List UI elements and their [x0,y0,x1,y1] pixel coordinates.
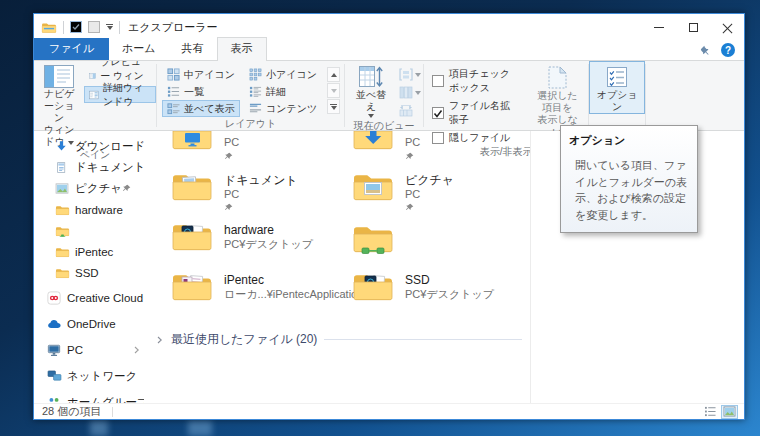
hardware-folder-icon [170,219,214,261]
checkbox-unchecked-icon [432,75,444,87]
window-controls [642,14,744,40]
minimize-button[interactable] [642,14,676,40]
details-view-toggle[interactable] [702,405,719,419]
tiles-view-button[interactable]: 並べて表示 [162,100,240,117]
details-pane-button[interactable]: 詳細ウィンドウ [84,86,156,103]
tab-file[interactable]: ファイル [34,38,109,60]
tile-ssd[interactable]: SSD PC¥デスクトップ [351,269,530,311]
tile-documents[interactable]: ドキュメント PC [170,169,351,211]
tile-pictures[interactable]: ピクチャ PC [351,169,530,211]
sort-by-button[interactable]: 並べ替え [345,61,397,118]
tile-hardware[interactable]: hardware PC¥デスクトップ [170,219,351,261]
more-bar-icon [330,104,337,105]
medium-icons-icon [167,68,180,81]
down-arrow-icon [331,89,337,93]
status-bar: 28 個の項目 [34,403,744,419]
gallery-more-button[interactable] [327,99,340,114]
sidebar-item-pictures[interactable]: ピクチャ [34,178,144,199]
sidebar-item-hardware[interactable]: hardware [34,199,144,220]
title-bar: エクスプローラー [34,14,744,40]
hide-selected-items-icon [545,65,570,90]
sidebar-item-shared-folder[interactable] [34,220,144,241]
content-view-button[interactable]: コンテンツ [244,100,322,117]
checkbox-checked-icon [432,107,444,119]
chevron-right-icon [156,336,164,344]
thumbnail-view-toggle[interactable] [721,405,738,419]
sidebar-item-pc[interactable]: PC [34,337,144,363]
tab-share[interactable]: 共有 [169,38,217,60]
tile-downloads[interactable]: PC [351,131,530,161]
up-arrow-icon [331,73,337,77]
medium-icons-button[interactable]: 中アイコン [162,66,240,83]
group-by-button[interactable] [397,66,423,83]
navigation-pane-icon [44,65,74,88]
file-list: PC PC [144,131,530,403]
tile-desktop[interactable]: PC [170,131,351,161]
file-extensions-checkbox[interactable]: ファイル名拡張子 [432,99,517,127]
maximize-button[interactable] [676,14,710,40]
expand-chevron-icon[interactable] [133,346,141,354]
thumbnail-view-icon [723,406,736,417]
ribbon-group-show-hide: 項目チェック ボックス ファイル名拡張子 隠しファイル [424,61,588,130]
tile-shared-folder[interactable] [351,219,530,261]
close-icon [722,22,733,33]
pin-ribbon-icon[interactable] [700,44,711,57]
pin-icon [224,152,239,161]
dropdown-caret-icon [368,114,374,118]
sidebar-item-documents[interactable]: ドキュメント [34,157,144,178]
preview-pane-icon [89,70,96,82]
close-button[interactable] [710,14,744,40]
sidebar-item-ipentec[interactable]: iPentec [34,241,144,262]
options-icon [605,65,629,89]
tooltip-title: オプション [569,133,689,148]
sidebar-item-homegroup[interactable]: ホームグループ [34,389,144,403]
sidebar-item-ssd[interactable]: SSD [34,262,144,283]
ribbon-group-options: オプション [589,61,645,130]
options-button[interactable]: オプション [589,61,645,114]
divider [119,21,120,34]
gallery-up-button[interactable] [327,67,340,82]
item-count: 28 個の項目 [42,404,102,419]
customize-qat-button[interactable] [106,24,113,30]
add-columns-button[interactable] [397,84,423,101]
tiles-view-icon [167,102,180,115]
recent-files-group-header[interactable]: 最近使用したファイル (20) [156,331,530,348]
properties-button-icon[interactable] [70,21,82,33]
pin-icon [224,203,298,212]
sidebar-item-onedrive[interactable]: OneDrive [34,311,144,337]
add-columns-icon [399,86,413,99]
list-view-button[interactable]: 一覧 [162,83,240,100]
desktop-folder-icon [170,131,214,161]
layout-gallery-scroll [325,61,344,114]
more-arrow-icon [331,106,337,110]
details-view-icon [249,85,262,98]
new-folder-button-icon[interactable] [88,21,100,33]
pin-icon [405,203,454,212]
tab-view[interactable]: 表示 [217,37,267,61]
help-icon[interactable]: ? [721,43,735,57]
item-checkboxes-checkbox[interactable]: 項目チェック ボックス [432,67,517,95]
small-icons-button[interactable]: 小アイコン [244,66,322,83]
size-all-columns-button[interactable] [397,102,423,119]
pictures-folder-icon [351,169,395,211]
wallpaper-beam [188,420,212,436]
folder-icon [55,267,72,279]
downloads-folder-icon [351,131,395,161]
picture-icon [55,183,72,194]
sidebar-item-downloads[interactable]: ダウンロード [34,136,144,157]
group-by-icon [399,68,413,81]
group-label-layout: レイアウト [157,117,344,131]
window-title: エクスプローラー [128,20,218,35]
tile-ipentec[interactable]: iPentec ローカ...¥iPentecApplication [170,269,351,311]
network-icon [47,370,64,382]
navigation-pane-label: ナビゲーション [40,88,78,124]
sidebar-item-creative-cloud[interactable]: Creative Cloud Files [34,285,144,311]
list-view-icon [167,85,180,98]
sidebar-item-network[interactable]: ネットワーク [34,363,144,389]
navigation-pane: ダウンロード ドキュメント ピクチャ hardware [34,131,144,403]
details-view-button[interactable]: 詳細 [244,83,322,100]
gallery-down-button[interactable] [327,83,340,98]
download-icon [55,140,72,153]
divider [112,407,113,417]
tab-home[interactable]: ホーム [109,38,169,60]
